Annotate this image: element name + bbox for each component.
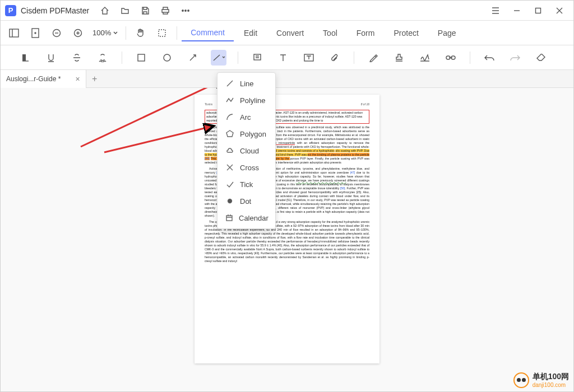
polygon-icon [225,129,234,138]
tab-protect[interactable]: Protect [385,25,427,41]
more-icon[interactable] [177,3,195,18]
shape-dropdown: Line Polyline Arc Polygon Cloud Cross Ti… [217,72,276,229]
save-icon[interactable] [136,3,154,18]
minimize-button[interactable] [507,3,526,18]
close-tab-icon[interactable]: × [75,74,80,83]
open-icon[interactable] [116,3,134,18]
rectangle-tool-icon[interactable] [133,50,149,66]
polyline-icon [225,96,234,105]
tab-edit[interactable]: Edit [235,25,266,41]
main-toolbar: 100% Comment Edit Convert Tool Form Prot… [1,21,573,45]
tab-form[interactable]: Form [348,25,384,41]
dropdown-item-polyline[interactable]: Polyline [217,92,275,109]
svg-rect-4 [10,29,18,37]
strikethrough-tool-icon[interactable] [69,50,85,66]
document-tab-label: Auslogi...r-Guide * [6,75,61,83]
svg-point-6 [35,32,36,34]
redo-icon[interactable] [507,50,523,66]
svg-rect-3 [536,8,541,13]
dropdown-item-calendar[interactable]: Calendar [217,209,275,226]
circle-tool-icon[interactable] [159,50,175,66]
svg-point-12 [164,54,170,61]
highlight-tool-icon[interactable] [17,50,33,66]
squiggly-tool-icon[interactable] [95,50,110,66]
line-icon [225,79,234,88]
zoom-out-icon[interactable] [47,24,67,42]
zoom-in-icon[interactable] [68,24,88,42]
tab-comment[interactable]: Comment [182,25,234,41]
cross-icon [225,163,234,172]
dropdown-item-dot[interactable]: Dot [217,193,275,209]
hand-tool-icon[interactable] [131,24,151,42]
underline-tool-icon[interactable] [43,50,59,66]
document-tab[interactable]: Auslogi...r-Guide * × [1,70,86,88]
maximize-button[interactable] [529,3,548,18]
undo-icon[interactable] [482,50,497,66]
close-button[interactable] [550,3,569,18]
hamburger-icon[interactable] [486,3,505,18]
arrow-tool-icon[interactable] [185,50,201,66]
journal-name: Toxins [205,102,212,106]
watermark-logo [513,372,529,388]
textbox-tool-icon[interactable] [301,50,317,66]
tab-tool[interactable]: Tool [314,25,346,41]
tab-convert[interactable]: Convert [267,25,313,41]
dropdown-item-tick[interactable]: Tick [217,176,275,193]
comment-toolbar [1,45,573,70]
select-tool-icon[interactable] [152,24,172,42]
watermark-text: 单机100网 [533,372,569,382]
watermark-url: danji100.com [533,382,569,388]
page-number: 8 of 16 [361,102,369,106]
eraser-icon[interactable] [533,50,549,66]
dropdown-item-line[interactable]: Line [217,75,275,92]
workspace: Toxins 8 of 16 adsorption capacity for t… [1,88,573,392]
app-title: Cisdem PDFMaster [21,6,89,15]
dot-icon [225,197,234,206]
dropdown-item-cloud[interactable]: Cloud [217,142,275,159]
dropdown-item-polygon[interactable]: Polygon [217,125,275,142]
new-tab-button[interactable]: + [86,74,103,84]
note-tool-icon[interactable] [249,50,265,66]
print-icon[interactable] [156,3,174,18]
svg-rect-9 [159,30,165,36]
tab-page[interactable]: Page [429,25,465,41]
thumbnail-icon[interactable] [25,24,45,42]
dropdown-item-arc[interactable]: Arc [217,109,275,125]
stamp-tool-icon[interactable] [391,50,407,66]
watermark: 单机100网 danji100.com [513,372,569,388]
svg-point-0 [182,10,183,11]
calendar-icon [225,213,233,222]
cloud-icon [225,146,234,155]
svg-point-1 [185,10,186,11]
svg-rect-10 [22,54,26,61]
home-icon[interactable] [96,3,114,18]
app-logo: P [5,5,16,16]
tick-icon [225,180,234,189]
svg-point-19 [228,199,232,203]
signature-tool-icon[interactable] [417,50,433,66]
title-bar: P Cisdem PDFMaster [1,1,573,21]
svg-rect-13 [254,54,261,60]
sidebar-toggle-icon[interactable] [4,24,24,42]
zoom-level[interactable]: 100% [89,29,121,37]
svg-rect-11 [138,54,145,61]
arc-icon [225,113,234,122]
link-tool-icon[interactable] [443,50,459,66]
svg-rect-20 [226,216,232,221]
pencil-tool-icon[interactable] [365,50,381,66]
text-tool-icon[interactable] [275,50,291,66]
svg-point-2 [188,10,189,11]
attachment-tool-icon[interactable] [327,50,342,66]
document-tab-strip: Auslogi...r-Guide * × + [1,70,573,88]
dropdown-item-cross[interactable]: Cross [217,159,275,176]
line-tool-icon[interactable] [211,50,226,66]
